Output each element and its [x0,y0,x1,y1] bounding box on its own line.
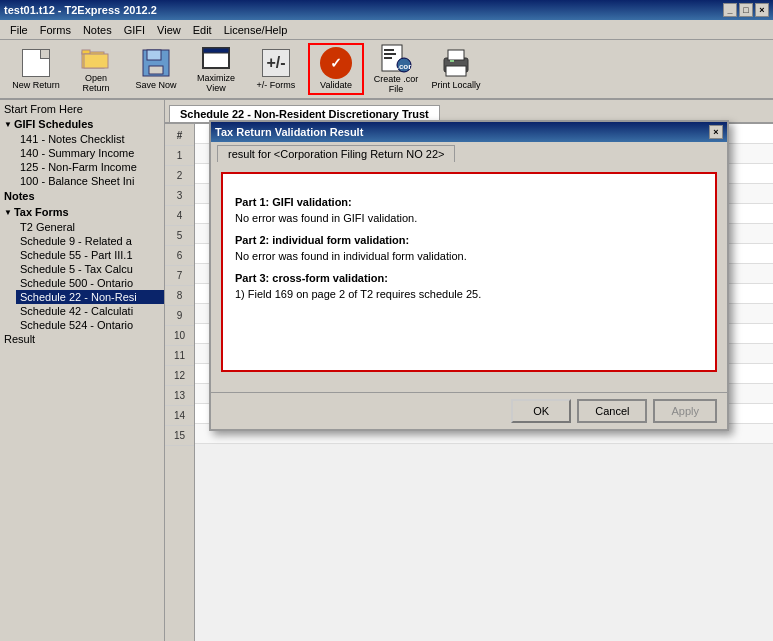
open-return-button[interactable]: Open Return [68,43,124,95]
print-locally-icon [440,47,472,79]
window-controls: _ □ × [723,3,769,17]
toolbar: New Return Open Return Save Now [0,40,773,100]
menu-bar: File Forms Notes GIFI View Edit License/… [0,20,773,40]
svg-rect-10 [384,53,396,55]
close-button[interactable]: × [755,3,769,17]
validation-result-box: Part 1: GIFI validation: No error was fo… [221,172,717,372]
dialog-tab[interactable]: result for <Corporation Filing Return NO… [217,145,455,162]
sidebar-start-from-here[interactable]: Start From Here [0,102,164,116]
gifi-triangle-icon: ▼ [4,120,12,129]
open-return-label: Open Return [71,74,121,94]
sidebar: Start From Here ▼ GIFI Schedules 141 - N… [0,100,165,641]
svg-rect-15 [448,50,464,60]
part1-title: Part 1: GIFI validation: [235,196,703,208]
dialog-title-bar: Tax Return Validation Result × [211,122,727,142]
sidebar-tax-items: T2 General Schedule 9 - Related a Schedu… [0,220,164,332]
menu-file[interactable]: File [4,22,34,38]
main-layout: Start From Here ▼ GIFI Schedules 141 - N… [0,100,773,641]
maximize-view-label: Maximize View [191,74,241,94]
maximize-view-icon [200,44,232,72]
create-cor-button[interactable]: .cor Create .cor File [368,43,424,95]
new-return-icon [20,47,52,79]
sidebar-gifi-schedules-header[interactable]: ▼ GIFI Schedules [0,116,164,132]
plus-forms-button[interactable]: +/- +/- Forms [248,43,304,95]
part1-body: No error was found in GIFI validation. [235,212,703,224]
part2-title: Part 2: individual form validation: [235,234,703,246]
cancel-button[interactable]: Cancel [577,399,647,423]
menu-gifi[interactable]: GIFI [118,22,151,38]
create-cor-icon: .cor [380,43,412,73]
print-locally-label: Print Locally [431,81,480,91]
content-area: Schedule 22 - Non-Resident Discretionary… [165,100,773,641]
new-return-button[interactable]: New Return [8,43,64,95]
svg-rect-7 [203,48,229,53]
svg-rect-9 [384,49,394,51]
apply-button[interactable]: Apply [653,399,717,423]
save-now-button[interactable]: Save Now [128,43,184,95]
sidebar-gifi-label: GIFI Schedules [14,118,93,130]
dialog-title: Tax Return Validation Result [215,126,363,138]
sidebar-gifi-items: 141 - Notes Checklist 140 - Summary Inco… [0,132,164,188]
print-locally-button[interactable]: Print Locally [428,43,484,95]
validate-icon: ✓ [320,47,352,79]
sidebar-tax-7[interactable]: Schedule 524 - Ontario [16,318,164,332]
sidebar-tax-forms-label: Tax Forms [14,206,69,218]
sidebar-tax-forms-header[interactable]: ▼ Tax Forms [0,204,164,220]
menu-view[interactable]: View [151,22,187,38]
menu-edit[interactable]: Edit [187,22,218,38]
sidebar-tax-4[interactable]: Schedule 500 - Ontario [16,276,164,290]
dialog-overlay: Tax Return Validation Result × result fo… [165,100,773,641]
sidebar-gifi-0[interactable]: 141 - Notes Checklist [16,132,164,146]
sidebar-tax-0[interactable]: T2 General [16,220,164,234]
sidebar-tax-5[interactable]: Schedule 22 - Non-Resi [16,290,164,304]
sidebar-gifi-3[interactable]: 100 - Balance Sheet Ini [16,174,164,188]
maximize-view-button[interactable]: Maximize View [188,43,244,95]
svg-rect-16 [446,66,466,76]
dialog-tab-bar: result for <Corporation Filing Return NO… [211,142,727,162]
validate-button[interactable]: ✓ Validate [308,43,364,95]
plus-forms-label: +/- Forms [257,81,296,91]
svg-rect-5 [149,66,163,74]
validation-dialog: Tax Return Validation Result × result fo… [209,120,729,431]
menu-license-help[interactable]: License/Help [218,22,294,38]
sidebar-tax-1[interactable]: Schedule 9 - Related a [16,234,164,248]
sidebar-gifi-2[interactable]: 125 - Non-Farm Income [16,160,164,174]
part3-title: Part 3: cross-form validation: [235,272,703,284]
minimize-button[interactable]: _ [723,3,737,17]
validate-label: Validate [320,81,352,91]
save-now-icon [140,47,172,79]
new-return-label: New Return [12,81,60,91]
ok-button[interactable]: OK [511,399,571,423]
svg-rect-2 [84,54,108,68]
dialog-close-button[interactable]: × [709,125,723,139]
window-title: test01.t12 - T2Express 2012.2 [4,4,157,16]
sidebar-result[interactable]: Result [0,332,164,346]
svg-rect-4 [147,50,161,60]
create-cor-label: Create .cor File [371,75,421,95]
menu-notes[interactable]: Notes [77,22,118,38]
dialog-footer: OK Cancel Apply [211,392,727,429]
title-bar: test01.t12 - T2Express 2012.2 _ □ × [0,0,773,20]
sidebar-tax-3[interactable]: Schedule 5 - Tax Calcu [16,262,164,276]
sidebar-gifi-1[interactable]: 140 - Summary Income [16,146,164,160]
tax-forms-triangle-icon: ▼ [4,208,12,217]
save-now-label: Save Now [135,81,176,91]
sidebar-notes: Notes [0,188,164,204]
plus-forms-icon: +/- [260,47,292,79]
svg-rect-17 [450,60,454,62]
part3-body: 1) Field 169 on page 2 of T2 requires sc… [235,288,703,300]
sidebar-tax-6[interactable]: Schedule 42 - Calculati [16,304,164,318]
svg-rect-11 [384,57,392,59]
svg-text:.cor: .cor [397,62,412,71]
menu-forms[interactable]: Forms [34,22,77,38]
sidebar-tax-2[interactable]: Schedule 55 - Part III.1 [16,248,164,262]
svg-rect-1 [82,50,90,54]
dialog-body: Part 1: GIFI validation: No error was fo… [211,162,727,392]
part2-body: No error was found in individual form va… [235,250,703,262]
open-return-icon [80,44,112,72]
maximize-button[interactable]: □ [739,3,753,17]
